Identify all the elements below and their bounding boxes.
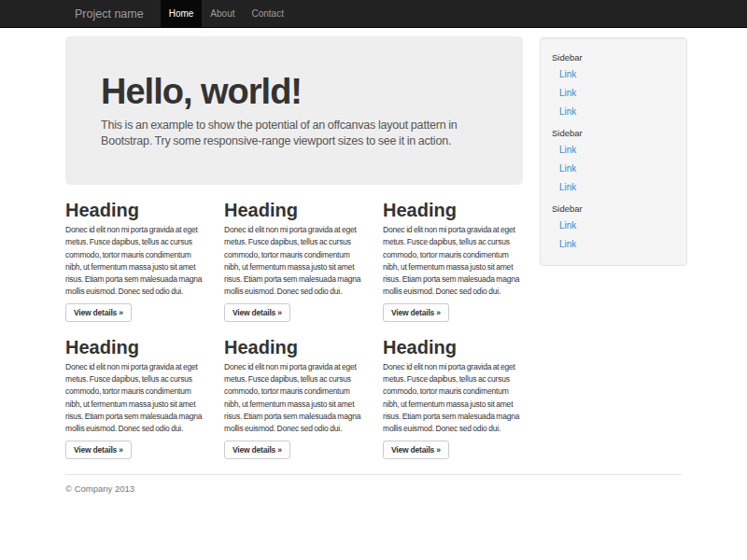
sidebar-column: Sidebar Link Link Link Sidebar Link Link…	[532, 28, 691, 266]
card-heading: Heading	[224, 337, 364, 357]
card: Heading Donec id elit non mi porta gravi…	[215, 322, 374, 459]
card-heading: Heading	[65, 200, 205, 220]
footer-divider	[65, 474, 682, 475]
card-heading: Heading	[383, 337, 523, 357]
sidebar-link[interactable]: Link	[541, 141, 686, 160]
sidebar-link[interactable]: Link	[541, 235, 686, 254]
copyright-text: © Company 2013	[65, 483, 682, 494]
card-body-text: Donec id elit non mi porta gravida at eg…	[65, 224, 205, 299]
card-heading: Heading	[65, 337, 205, 357]
main-column: Hello, world! This is an example to show…	[56, 28, 532, 459]
jumbotron-lead-text: This is an example to show the potential…	[101, 118, 504, 149]
page-title: Hello, world!	[101, 72, 504, 111]
view-details-button[interactable]: View details »	[65, 303, 132, 322]
card-heading: Heading	[383, 200, 523, 220]
sidebar-link[interactable]: Link	[541, 160, 686, 178]
card-body-text: Donec id elit non mi porta gravida at eg…	[224, 361, 364, 436]
view-details-button[interactable]: View details »	[224, 303, 290, 322]
card: Heading Donec id elit non mi porta gravi…	[374, 322, 532, 459]
cards-row-1: Heading Donec id elit non mi porta gravi…	[56, 185, 532, 322]
page-container: Hello, world! This is an example to show…	[56, 28, 691, 494]
navbar-container: Project name Home About Contact	[56, 0, 691, 28]
nav-item-contact[interactable]: Contact	[243, 0, 291, 28]
sidebar-link[interactable]: Link	[541, 103, 686, 121]
nav-item-home[interactable]: Home	[161, 0, 203, 28]
footer: © Company 2013	[56, 483, 691, 494]
navbar: Project name Home About Contact	[0, 0, 747, 28]
card-body-text: Donec id elit non mi porta gravida at eg…	[383, 361, 523, 436]
sidebar-group-header: Sidebar	[541, 197, 686, 217]
navbar-brand[interactable]: Project name	[56, 0, 161, 28]
card-body-text: Donec id elit non mi porta gravida at eg…	[65, 361, 205, 436]
card: Heading Donec id elit non mi porta gravi…	[56, 185, 215, 322]
sidebar-link[interactable]: Link	[541, 65, 686, 84]
card: Heading Donec id elit non mi porta gravi…	[56, 322, 215, 459]
card-body-text: Donec id elit non mi porta gravida at eg…	[224, 224, 364, 299]
sidebar-panel: Sidebar Link Link Link Sidebar Link Link…	[540, 37, 687, 266]
jumbotron: Hello, world! This is an example to show…	[65, 36, 523, 185]
sidebar-group-header: Sidebar	[541, 46, 686, 65]
view-details-button[interactable]: View details »	[383, 303, 449, 322]
navbar-menu: Home About Contact	[161, 0, 292, 28]
sidebar-link[interactable]: Link	[541, 178, 686, 197]
card-heading: Heading	[224, 200, 364, 220]
sidebar-group-header: Sidebar	[541, 121, 686, 141]
cards-row-2: Heading Donec id elit non mi porta gravi…	[56, 322, 532, 459]
content-row: Hello, world! This is an example to show…	[56, 28, 691, 459]
view-details-button[interactable]: View details »	[65, 441, 132, 459]
card: Heading Donec id elit non mi porta gravi…	[374, 185, 532, 322]
sidebar-link[interactable]: Link	[541, 217, 686, 235]
card-body-text: Donec id elit non mi porta gravida at eg…	[383, 224, 523, 299]
sidebar-link[interactable]: Link	[541, 84, 686, 103]
view-details-button[interactable]: View details »	[224, 441, 290, 459]
view-details-button[interactable]: View details »	[383, 441, 449, 459]
card: Heading Donec id elit non mi porta gravi…	[215, 185, 374, 322]
nav-item-about[interactable]: About	[202, 0, 243, 28]
